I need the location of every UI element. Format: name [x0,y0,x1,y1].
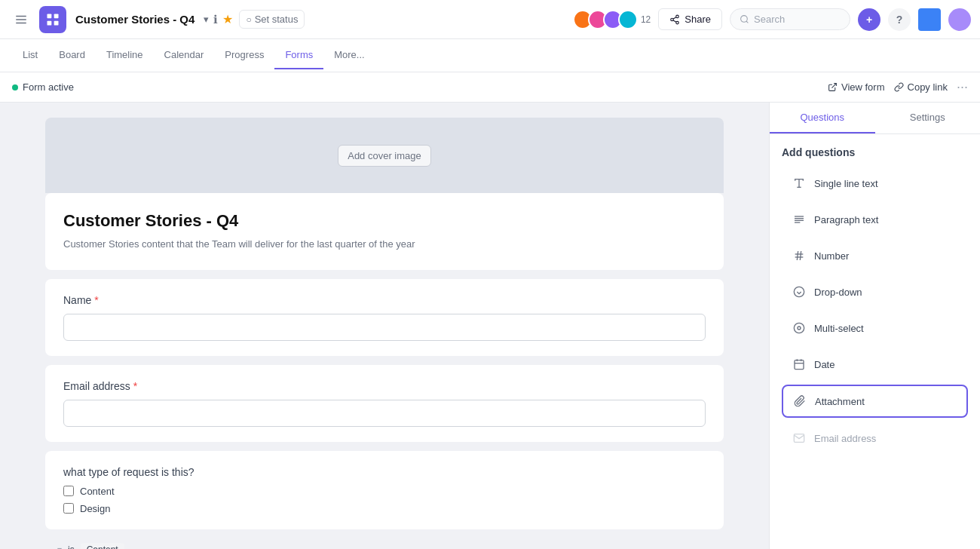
svg-line-11 [673,17,676,18]
svg-rect-6 [54,20,59,25]
question-type-multi-select[interactable]: Multi-select [782,312,968,344]
question-type-date[interactable]: Date [782,348,968,380]
checkbox-design[interactable]: Design [63,503,706,514]
avatars: 12 [573,10,651,29]
multi-select-icon [792,321,807,336]
title-actions: ▾ ℹ ★ [204,12,233,26]
more-options-button[interactable]: ··· [957,79,968,95]
svg-point-25 [794,287,804,296]
avatar-4 [618,10,638,29]
form-active-label: Form active [23,81,74,93]
condition-bar: ▾ is Content [45,538,724,550]
form-active-badge: Form active [12,81,74,93]
add-cover-image-button[interactable]: Add cover image [338,145,431,167]
svg-line-13 [746,21,748,23]
form-active-bar: Form active View form Copy link ··· [0,72,980,103]
main-layout: Add cover image Customer Stories - Q4 Cu… [0,103,980,549]
circle-icon: ○ [246,14,251,25]
svg-point-26 [794,323,804,333]
view-form-label: View form [841,81,885,93]
number-label: Number [814,250,849,262]
tab-calendar[interactable]: Calendar [154,41,215,69]
svg-point-7 [676,15,679,18]
help-button[interactable]: ? [888,8,911,31]
info-icon[interactable]: ℹ [213,13,218,26]
question-type-number[interactable]: Number [782,240,968,271]
checkbox-content-label: Content [80,486,115,497]
tab-more[interactable]: More... [323,41,375,69]
tab-questions[interactable]: Questions [770,103,875,133]
single-line-text-label: Single line text [814,178,878,189]
date-icon [792,357,807,372]
checkbox-content-input[interactable] [63,486,74,496]
add-questions-title: Add questions [782,146,968,158]
name-label: Name * [63,294,706,306]
required-star-email: * [133,380,137,392]
view-form-button[interactable]: View form [828,81,885,93]
svg-line-23 [797,251,798,260]
svg-line-24 [800,251,801,260]
tab-board[interactable]: Board [48,41,96,69]
nav-tabs: List Board Timeline Calendar Progress Fo… [0,39,980,72]
svg-point-27 [798,327,801,330]
panel-content: Add questions Single line text Paragraph… [770,134,980,549]
question-type-attachment[interactable]: Attachment [782,385,968,418]
condition-value: Content [81,543,124,550]
question-type-email-address[interactable]: Email address [782,422,968,454]
attachment-label: Attachment [815,396,865,407]
email-address-label: Email address [814,433,876,444]
set-status-button[interactable]: ○ Set status [239,10,305,29]
search-bar[interactable]: Search [730,8,850,30]
panel-tabs: Questions Settings [770,103,980,134]
svg-line-14 [831,84,836,88]
active-dot-icon [12,84,18,90]
dropdown-icon [792,284,807,299]
checkbox-design-input[interactable] [63,503,74,514]
name-input[interactable] [63,314,706,341]
condition-arrow-icon: ▾ [57,544,62,550]
email-field-card: Email address * [45,365,724,442]
question-type-paragraph-text[interactable]: Paragraph text [782,204,968,235]
svg-rect-3 [47,14,52,18]
tab-list[interactable]: List [12,41,48,69]
chevron-down-icon[interactable]: ▾ [204,14,209,25]
svg-rect-4 [54,14,59,18]
paragraph-text-label: Paragraph text [814,214,878,225]
form-description: Customer Stories content that the Team w… [63,237,706,252]
date-label: Date [814,359,835,370]
search-label: Search [754,14,785,25]
svg-line-10 [673,20,676,21]
tab-settings[interactable]: Settings [875,103,981,133]
right-panel: Questions Settings Add questions Single … [769,103,980,549]
svg-rect-28 [795,360,804,370]
copy-link-label: Copy link [908,81,948,93]
form-header-card: Customer Stories - Q4 Customer Stories c… [45,193,724,270]
tab-progress[interactable]: Progress [214,41,274,69]
question-type-dropdown[interactable]: Drop-down [782,276,968,308]
app-icon [39,6,66,33]
tab-forms[interactable]: Forms [274,41,323,69]
checkbox-content[interactable]: Content [63,486,706,497]
checkbox-design-label: Design [80,503,110,514]
email-input[interactable] [63,400,706,427]
email-address-icon [792,431,807,446]
question-type-single-line-text[interactable]: Single line text [782,167,968,199]
user-avatar[interactable] [948,8,971,31]
cover-image-area: Add cover image [45,118,724,193]
name-field-card: Name * [45,279,724,356]
share-label: Share [684,14,711,25]
condition-keyword: is [68,544,75,550]
copy-link-button[interactable]: Copy link [894,81,948,93]
star-icon[interactable]: ★ [222,12,233,26]
menu-icon[interactable] [9,8,33,32]
add-button[interactable]: + [858,8,880,31]
svg-rect-5 [47,20,52,25]
required-star-name: * [94,294,98,306]
share-button[interactable]: Share [658,8,722,30]
email-label: Email address * [63,380,706,392]
form-actions: View form Copy link ··· [828,79,968,95]
paragraph-text-icon [792,212,807,227]
topbar-right: 12 Share Search + ? [573,8,971,31]
tab-timeline[interactable]: Timeline [96,41,154,69]
blue-square-button[interactable] [918,8,941,31]
